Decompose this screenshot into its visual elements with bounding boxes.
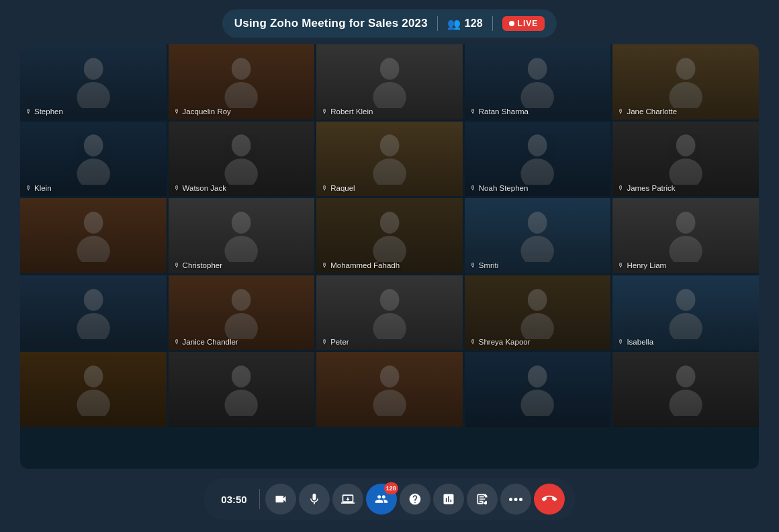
participant-name-label: 🎙James Patrick bbox=[618, 184, 675, 192]
participant-name-label: 🎙Noah Stephen bbox=[470, 184, 529, 192]
video-cell: 🎙Jacquelin Roy bbox=[169, 44, 315, 120]
reaction-icon bbox=[475, 492, 489, 506]
live-label: LIVE bbox=[518, 19, 539, 28]
reaction-button[interactable] bbox=[467, 484, 498, 515]
video-cell bbox=[169, 352, 315, 427]
more-icon bbox=[509, 498, 522, 501]
help-icon bbox=[408, 492, 422, 506]
participant-name: Jane Charlotte bbox=[627, 107, 677, 116]
video-cell: 🎙Robert Klein bbox=[316, 44, 463, 120]
poll-button[interactable] bbox=[433, 484, 464, 515]
mic-muted-icon: 🎙 bbox=[470, 108, 476, 115]
toolbar-divider bbox=[259, 489, 260, 509]
participant-name-label: 🎙Jacquelin Roy bbox=[174, 107, 231, 116]
participant-name: Stephen bbox=[34, 107, 63, 116]
mic-muted-icon: 🎙 bbox=[26, 185, 32, 191]
video-cell bbox=[465, 352, 611, 427]
mic-icon bbox=[308, 492, 321, 506]
video-overlay bbox=[169, 352, 315, 427]
video-cell: 🎙Klein bbox=[20, 122, 167, 197]
video-cell: 🎙Henry Liam bbox=[612, 198, 759, 273]
participant-name: Jacquelin Roy bbox=[183, 107, 231, 116]
mic-muted-icon: 🎙 bbox=[470, 262, 476, 269]
svg-point-51 bbox=[514, 498, 517, 501]
toolbar: 03:50 128 bbox=[0, 469, 779, 532]
participant-name: Smriti bbox=[479, 261, 498, 269]
participant-name-label: 🎙Christopher bbox=[174, 261, 222, 269]
video-grid: 🎙Stephen 🎙Jacquelin Roy 🎙Robert Klein 🎙R… bbox=[20, 44, 759, 427]
video-cell: 🎙Raquel bbox=[316, 122, 463, 197]
participant-name: Klein bbox=[34, 184, 52, 192]
share-screen-button[interactable] bbox=[332, 484, 363, 515]
participant-name-label: 🎙Jane Charlotte bbox=[618, 107, 677, 116]
video-cell bbox=[316, 352, 463, 427]
participants-badge: 128 bbox=[384, 482, 398, 494]
video-cell: 🎙Isabella bbox=[612, 275, 759, 351]
end-call-icon bbox=[539, 488, 559, 509]
mic-muted-icon: 🎙 bbox=[174, 108, 180, 115]
end-call-button[interactable] bbox=[534, 484, 565, 515]
mic-muted-icon: 🎙 bbox=[174, 185, 180, 191]
video-cell bbox=[20, 198, 167, 273]
header: Using Zoho Meeting for Sales 2023 👥 128 … bbox=[0, 0, 779, 44]
video-cell: 🎙Christopher bbox=[169, 198, 315, 273]
video-grid-container: 🎙Stephen 🎙Jacquelin Roy 🎙Robert Klein 🎙R… bbox=[20, 44, 759, 469]
participant-name-label: 🎙Stephen bbox=[26, 107, 63, 116]
mic-muted-icon: 🎙 bbox=[322, 108, 328, 115]
mic-button[interactable] bbox=[299, 484, 330, 515]
participant-name-label: 🎙Robert Klein bbox=[322, 107, 373, 116]
participant-name-label: 🎙Shreya Kapoor bbox=[470, 338, 531, 346]
camera-icon bbox=[274, 492, 287, 506]
video-cell: 🎙Ratan Sharma bbox=[465, 44, 611, 120]
participant-name-label: 🎙Raquel bbox=[322, 184, 355, 192]
video-cell: 🎙Mohammed Fahadh bbox=[316, 198, 463, 273]
video-cell: 🎙Janice Chandler bbox=[169, 275, 315, 351]
video-cell: 🎙Shreya Kapoor bbox=[465, 275, 611, 351]
participant-name: James Patrick bbox=[627, 184, 675, 192]
participant-name: Ratan Sharma bbox=[479, 107, 529, 116]
header-divider-2 bbox=[492, 16, 493, 31]
video-cell: 🎙Jane Charlotte bbox=[612, 44, 759, 120]
camera-button[interactable] bbox=[265, 484, 296, 515]
participant-number: 128 bbox=[465, 17, 483, 30]
call-timer: 03:50 bbox=[214, 494, 253, 505]
poll-icon bbox=[442, 492, 455, 506]
meeting-title: Using Zoho Meeting for Sales 2023 bbox=[234, 17, 428, 30]
participant-name: Isabella bbox=[627, 338, 653, 346]
participant-name-label: 🎙Peter bbox=[322, 338, 349, 346]
participant-name: Raquel bbox=[330, 184, 355, 192]
participant-name: Robert Klein bbox=[330, 107, 373, 116]
participants-icon bbox=[375, 492, 388, 506]
mic-muted-icon: 🎙 bbox=[470, 339, 476, 345]
participant-name-label: 🎙Henry Liam bbox=[618, 261, 666, 269]
more-button[interactable] bbox=[500, 484, 531, 515]
video-overlay bbox=[20, 198, 167, 273]
help-button[interactable] bbox=[400, 484, 430, 515]
participant-name: Peter bbox=[330, 338, 349, 346]
participant-name-label: 🎙Klein bbox=[26, 184, 52, 192]
video-cell bbox=[20, 275, 167, 351]
participant-name: Noah Stephen bbox=[479, 184, 529, 192]
participant-name: Janice Chandler bbox=[183, 338, 238, 346]
header-pill: Using Zoho Meeting for Sales 2023 👥 128 … bbox=[222, 9, 557, 38]
toolbar-pill: 03:50 128 bbox=[203, 478, 575, 520]
mic-muted-icon: 🎙 bbox=[618, 108, 624, 115]
participants-count-display: 👥 128 bbox=[447, 17, 483, 30]
participants-button[interactable]: 128 bbox=[366, 484, 397, 515]
video-cell: 🎙Smriti bbox=[465, 198, 611, 273]
share-screen-icon bbox=[341, 492, 355, 506]
video-cell bbox=[612, 352, 759, 427]
participant-name: Watson Jack bbox=[183, 184, 226, 192]
video-overlay bbox=[612, 352, 759, 427]
mic-muted-icon: 🎙 bbox=[618, 185, 624, 191]
mic-muted-icon: 🎙 bbox=[618, 339, 624, 345]
participant-name: Henry Liam bbox=[627, 261, 666, 269]
video-cell: 🎙Peter bbox=[316, 275, 463, 351]
video-cell: 🎙Watson Jack bbox=[169, 122, 315, 197]
participant-name-label: 🎙Mohammed Fahadh bbox=[322, 261, 400, 269]
participant-name-label: 🎙Ratan Sharma bbox=[470, 107, 529, 116]
video-overlay bbox=[20, 352, 167, 427]
participant-name-label: 🎙Isabella bbox=[618, 338, 653, 346]
participants-icon: 👥 bbox=[447, 17, 461, 30]
video-overlay bbox=[465, 352, 611, 427]
